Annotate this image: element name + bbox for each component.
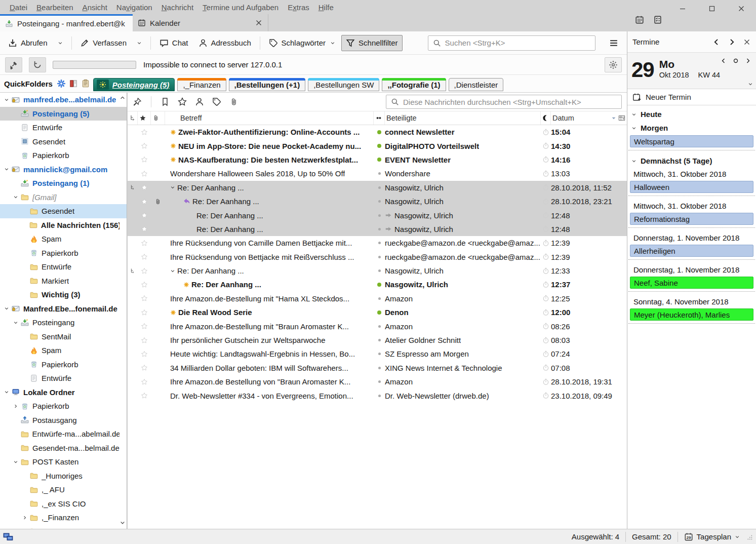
folder-row[interactable]: Entwürfe-ma...abelmail.de — [0, 427, 127, 441]
message-row[interactable]: Dr. Web-Newsletter #334 - von Evergreens… — [128, 388, 627, 402]
menu-hilfe[interactable]: Hilfe — [314, 1, 338, 14]
event-item[interactable]: Reformationstag — [630, 213, 753, 225]
folder-row[interactable]: Postausgang — [0, 413, 127, 428]
menu-extras[interactable]: Extras — [283, 1, 314, 14]
sticky-filter-icon[interactable] — [133, 97, 142, 106]
tab-calendar[interactable]: Kalender — [133, 14, 268, 31]
message-filter-search-box[interactable] — [386, 95, 622, 109]
folder-row[interactable]: Gesendet — [0, 204, 127, 218]
message-row[interactable]: Die Real Wood SerieDenon12:00 — [128, 305, 627, 319]
folder-row[interactable]: Papierkorb — [0, 148, 127, 163]
message-row[interactable]: NAS-Kaufberatung: Die besten Netzwerkfes… — [128, 153, 627, 167]
star-toggle-icon[interactable] — [141, 364, 148, 371]
menu-termine-und-aufgaben[interactable]: Termine und Aufgaben — [198, 1, 283, 14]
spam-column-header[interactable] — [541, 111, 551, 125]
open-calendar-icon[interactable] — [635, 15, 644, 24]
next-icon[interactable] — [728, 38, 736, 46]
tag-filter-icon[interactable] — [212, 97, 221, 106]
message-row[interactable]: 34 Milliarden Dollar geboten: IBM will S… — [128, 361, 627, 375]
agenda-section-header[interactable]: Morgen — [627, 121, 756, 135]
read-dot[interactable] — [378, 297, 381, 300]
folder-row[interactable]: Posteingang (5) — [0, 107, 127, 121]
close-pane-icon[interactable] — [743, 38, 751, 46]
get-messages-dropdown[interactable] — [54, 37, 67, 49]
section-collapse-icon[interactable] — [631, 126, 636, 131]
read-dot[interactable] — [378, 200, 381, 203]
open-tasks-icon[interactable] — [653, 15, 662, 24]
star-toggle-icon[interactable] — [141, 253, 148, 260]
read-column-header[interactable] — [374, 111, 385, 125]
tags-button[interactable]: Schlagwörter — [265, 35, 340, 51]
previous-icon[interactable] — [712, 38, 721, 46]
folder-row[interactable]: manfred.ebe...abelmail.de — [0, 93, 127, 107]
folder-row[interactable]: Kino (58) — [0, 525, 127, 529]
star-toggle-icon[interactable] — [141, 392, 148, 399]
folder-row[interactable]: POST Kasten — [0, 455, 127, 469]
starred-filter-icon[interactable] — [178, 97, 187, 106]
folder-row[interactable]: Spam — [0, 232, 127, 246]
quickfolder-tab[interactable]: Posteingang (5) — [93, 78, 175, 91]
read-dot[interactable] — [378, 256, 381, 258]
folder-row[interactable]: Manfred.Ebe...fonemail.de — [0, 302, 127, 316]
folder-row[interactable]: ,_ AFU — [0, 483, 127, 497]
chevron-down-icon[interactable] — [748, 82, 753, 87]
date-column-header[interactable]: Datum — [551, 111, 627, 125]
message-row[interactable]: Re: Der Aanhang ...Nasgowitz, Ulrich28.1… — [128, 195, 627, 208]
compose-dropdown[interactable] — [133, 37, 146, 49]
read-dot[interactable] — [378, 353, 381, 355]
column-picker-icon[interactable] — [618, 114, 625, 122]
folder-row[interactable]: SentMail — [0, 330, 127, 344]
resize-grip[interactable] — [746, 533, 753, 540]
app-menu-button[interactable] — [605, 35, 623, 51]
star-toggle-icon[interactable] — [141, 170, 148, 177]
unread-dot[interactable] — [377, 283, 381, 287]
event-item[interactable]: Halloween — [630, 181, 753, 193]
unread-filter-icon[interactable] — [161, 97, 170, 106]
message-row[interactable]: Re: Der Aanhang ...Nasgowitz, Ulrich12:4… — [128, 222, 627, 236]
star-toggle-icon[interactable] — [141, 184, 148, 191]
dayplan-button[interactable]: 29 Tagesplan — [684, 532, 740, 541]
quickfolders-settings-icon[interactable] — [57, 79, 66, 88]
message-row[interactable]: Ihre Rücksendung von Camille Damen Bettj… — [128, 236, 627, 250]
chat-button[interactable]: Chat — [155, 35, 192, 51]
star-column-header[interactable] — [138, 111, 151, 125]
global-search-input[interactable] — [445, 38, 590, 47]
read-dot[interactable] — [378, 339, 381, 341]
message-row[interactable]: Heute wichtig: Landtagswahl-Ergebnis in … — [128, 347, 627, 361]
get-messages-button[interactable]: Abrufen — [4, 35, 52, 51]
star-toggle-icon[interactable] — [141, 156, 148, 163]
contact-filter-icon[interactable] — [195, 97, 204, 106]
star-toggle-icon[interactable] — [141, 351, 148, 358]
read-dot[interactable] — [378, 242, 381, 244]
attachment-column-header[interactable] — [151, 111, 165, 125]
folder-row[interactable]: Gesendet — [0, 135, 127, 149]
attachment-filter-icon[interactable] — [229, 97, 238, 106]
star-toggle-icon[interactable] — [141, 309, 148, 316]
scroll-up-icon[interactable] — [120, 95, 126, 101]
message-row[interactable]: Ihre Amazon.de-Bestellung mit "Hama XL S… — [128, 292, 627, 305]
folder-row[interactable]: Wichtig (3) — [0, 288, 127, 302]
star-toggle-icon[interactable] — [141, 323, 148, 330]
twisty-icon[interactable] — [4, 306, 9, 311]
folder-row[interactable]: Posteingang — [0, 316, 127, 330]
section-collapse-icon[interactable] — [631, 112, 636, 117]
twisty-icon[interactable] — [13, 320, 18, 325]
star-toggle-icon[interactable] — [141, 198, 148, 205]
quickfolder-tab[interactable]: ,Bestellungen SW — [308, 78, 379, 91]
folder-row[interactable]: Gesendet-ma...belmail.de — [0, 441, 127, 455]
twisty-icon[interactable] — [22, 515, 27, 520]
folder-row[interactable]: Posteingang (1) — [0, 176, 127, 190]
read-dot[interactable] — [378, 325, 381, 328]
new-event-button[interactable]: Neuer Termin — [627, 89, 756, 105]
read-dot[interactable] — [378, 186, 381, 189]
section-collapse-icon[interactable] — [631, 159, 636, 164]
folder-row[interactable]: ,_Finanzen — [0, 511, 127, 525]
event-item[interactable]: Meyer (Heuckeroth), Marlies — [630, 308, 753, 321]
star-toggle-icon[interactable] — [141, 378, 148, 385]
read-dot[interactable] — [378, 172, 381, 175]
global-search-box[interactable] — [428, 35, 595, 51]
thread-twisty-icon[interactable] — [170, 185, 175, 190]
compose-button[interactable]: Verfassen — [76, 35, 131, 51]
message-row[interactable]: Wondershare Halloween Sales 2018, Up to … — [128, 167, 627, 180]
folder-row[interactable]: [Gmail] — [0, 190, 127, 205]
